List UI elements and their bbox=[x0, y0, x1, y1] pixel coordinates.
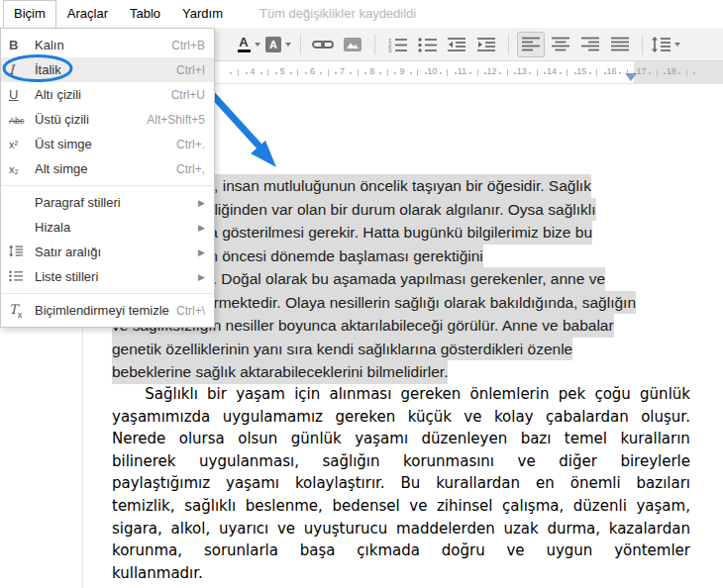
ruler-tick bbox=[657, 69, 658, 76]
menu-item-label: Üst simge bbox=[35, 137, 176, 151]
save-status-text: Tüm değişiklikler kaydedildi bbox=[259, 6, 416, 28]
word: diğer bbox=[559, 452, 597, 470]
align-left-button[interactable] bbox=[517, 32, 545, 57]
word: bilinerek bbox=[112, 452, 176, 470]
word: en bbox=[536, 474, 555, 492]
text-line: bebeklerine sağlık aktarabileceklerini b… bbox=[112, 360, 448, 384]
menu-item-bicimlendirmeyi-temizle[interactable]: TxBiçimlendirmeyi temizleCtrl+\ bbox=[1, 298, 214, 323]
word: korunmasını bbox=[403, 452, 494, 470]
word: bazıları bbox=[637, 474, 690, 492]
menu-item-satir-araligi[interactable]: Satır aralığı▶ bbox=[1, 240, 214, 264]
align-justify-button[interactable] bbox=[606, 32, 634, 57]
menu-item-label: Liste stilleri bbox=[35, 269, 198, 284]
ruler-number: 11 bbox=[458, 66, 466, 76]
text-color-button[interactable]: A bbox=[235, 32, 262, 57]
ruler-number: 10 bbox=[427, 66, 437, 76]
bulleted-list-button[interactable] bbox=[413, 32, 441, 57]
insert-image-button[interactable] bbox=[339, 32, 366, 57]
menu-item-label: Biçimlendirmeyi temizle bbox=[35, 303, 176, 318]
word: bir bbox=[207, 385, 227, 403]
word: ve bbox=[277, 520, 295, 538]
word: kuralların bbox=[620, 430, 689, 447]
text-line: paylaştığımızyaşamıkolaylaştırır.Bukural… bbox=[112, 474, 690, 497]
word: ve bbox=[409, 497, 427, 515]
menu-item-shortcut: Ctrl+, bbox=[176, 162, 205, 176]
word: uygulanması, bbox=[199, 452, 299, 470]
word: temel bbox=[565, 430, 607, 447]
ruler-tick bbox=[335, 72, 337, 74]
word: alınması bbox=[329, 385, 391, 403]
ruler-tick bbox=[350, 72, 352, 74]
word: doğru bbox=[442, 541, 485, 559]
ruler-tick bbox=[417, 69, 418, 76]
ruler-tick bbox=[328, 69, 329, 76]
ruler-number: 15 bbox=[576, 66, 586, 76]
increase-indent-icon bbox=[477, 37, 495, 52]
toolbar-separator bbox=[374, 35, 375, 54]
line-spacing-icon bbox=[652, 37, 671, 52]
toolbar-separator bbox=[642, 35, 643, 54]
word: sigara, bbox=[112, 520, 162, 538]
toolbar-separator bbox=[508, 35, 509, 54]
word: yaşam, bbox=[636, 497, 689, 515]
ruler-tick bbox=[567, 69, 568, 76]
ruler-tick bbox=[529, 72, 531, 74]
word: zihinsel bbox=[437, 497, 492, 515]
submenu-arrow-icon: ▶ bbox=[198, 198, 205, 208]
line-spacing-toolbar-button[interactable] bbox=[651, 32, 681, 57]
insert-image-icon bbox=[344, 38, 362, 51]
word: önlemlerin bbox=[470, 385, 550, 403]
word: olursa bbox=[179, 430, 225, 447]
word: paylaştığımız bbox=[112, 474, 210, 492]
menu-item-i-talik[interactable]: IİtalikCtrl+I bbox=[1, 57, 214, 82]
selected-text: Sağlık, insan mutluluğunun öncelik taşıy… bbox=[171, 174, 591, 198]
menu-item-ustu-cizili[interactable]: AbcÜstü çiziliAlt+Shift+5 bbox=[1, 107, 214, 132]
numbered-list-button[interactable]: 123 bbox=[383, 32, 411, 57]
menubar-item-yardim[interactable]: Yardım bbox=[171, 0, 234, 28]
highlight-color-button[interactable]: A bbox=[264, 32, 292, 57]
ruler-tick bbox=[379, 72, 381, 74]
menu-item-kalin[interactable]: BKalınCtrl+B bbox=[1, 33, 214, 57]
decrease-indent-button[interactable] bbox=[443, 32, 470, 57]
ruler-tick bbox=[686, 69, 687, 76]
menubar-item-araclar[interactable]: Araçlar bbox=[56, 0, 119, 28]
decrease-indent-icon bbox=[448, 37, 465, 52]
menu-item-paragraf-stilleri[interactable]: Paragraf stilleri▶ bbox=[1, 190, 214, 215]
ruler-number: 17 bbox=[637, 66, 647, 76]
menu-item-alt-simge[interactable]: x₂Alt simgeCtrl+, bbox=[1, 156, 214, 181]
word: uzak bbox=[503, 520, 538, 538]
ruler-tick bbox=[364, 72, 366, 74]
menubar-item-tablo[interactable]: Tablo bbox=[119, 0, 171, 28]
ruler-tick bbox=[358, 69, 359, 76]
word: Bu bbox=[401, 474, 421, 492]
subscript-icon: x₂ bbox=[9, 161, 35, 176]
menu-item-ust-simge[interactable]: x²Üst simgeCtrl+. bbox=[1, 132, 214, 156]
ruler-number: 9 bbox=[399, 66, 404, 76]
word: durma, bbox=[547, 520, 600, 538]
ruler-tick bbox=[693, 72, 695, 74]
right-indent-marker[interactable] bbox=[625, 73, 637, 81]
ruler-tick bbox=[507, 69, 508, 76]
menu-separator bbox=[1, 293, 214, 294]
menu-item-hizala[interactable]: Hizala▶ bbox=[1, 215, 214, 240]
word: kurallardan bbox=[436, 474, 520, 492]
align-left-icon bbox=[522, 37, 540, 51]
list-styles-icon bbox=[9, 269, 35, 285]
word: kolay bbox=[494, 408, 534, 426]
menu-item-alti-cizili[interactable]: UAltı çiziliCtrl+U bbox=[1, 82, 214, 107]
format-dropdown-menu: BKalınCtrl+BIİtalikCtrl+IUAltı çiziliCtr… bbox=[0, 28, 215, 328]
bold-icon: B bbox=[9, 38, 35, 52]
text-line: Neredeolursaolsungünlükyaşamıdüzenleyenb… bbox=[112, 430, 690, 452]
word: alkol, bbox=[171, 520, 211, 538]
align-center-button[interactable] bbox=[547, 32, 574, 57]
superscript-icon: x² bbox=[9, 137, 35, 151]
menubar-item-bicim[interactable]: Biçim bbox=[3, 0, 56, 29]
menu-item-label: Hizala bbox=[35, 220, 198, 235]
increase-indent-button[interactable] bbox=[472, 32, 500, 57]
menu-item-liste-stilleri[interactable]: Liste stilleri▶ bbox=[1, 264, 214, 289]
word: sorunlarla bbox=[204, 541, 278, 559]
align-right-button[interactable] bbox=[576, 32, 604, 57]
insert-link-button[interactable] bbox=[309, 32, 337, 57]
word: maddelerden bbox=[396, 520, 495, 538]
word: düzenli bbox=[573, 497, 627, 515]
